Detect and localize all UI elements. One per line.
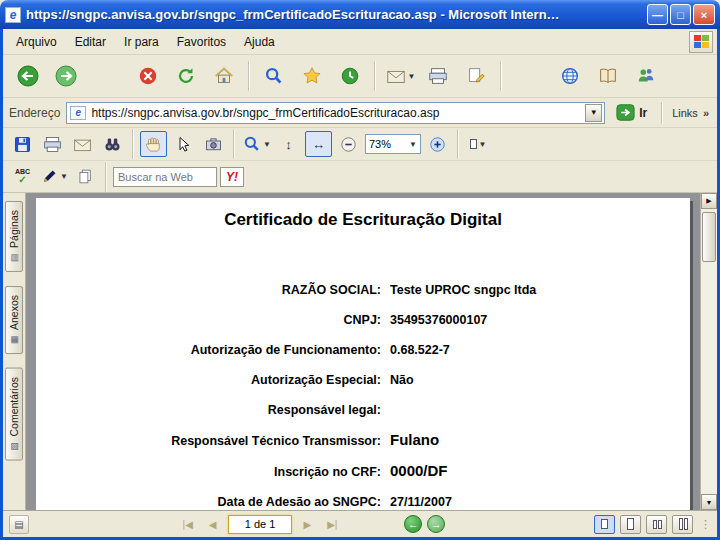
go-button[interactable]: Ir	[611, 102, 652, 123]
back-button[interactable]	[11, 58, 45, 94]
stop-icon	[137, 65, 159, 87]
mail-button[interactable]: ▼	[383, 58, 417, 94]
forward-button[interactable]	[49, 58, 83, 94]
facing-pages-button[interactable]	[646, 515, 667, 534]
zoom-tool-dropdown-icon[interactable]: ▼	[263, 140, 271, 149]
toolbar-overflow-grip[interactable]: ⋮	[700, 518, 711, 531]
field-autorizacao-funcionamento: Autorização de Funcionamento: 0.68.522-7	[36, 342, 690, 358]
zoom-out-button[interactable]	[335, 131, 362, 157]
favorites-button[interactable]	[295, 58, 329, 94]
spellcheck-button[interactable]: ABC✓	[9, 164, 36, 190]
previous-page-button[interactable]: ◀	[203, 515, 223, 534]
pages-icon: ▤	[9, 253, 19, 263]
menu-favoritos[interactable]: Favoritos	[168, 31, 235, 53]
field-value: 0.68.522-7	[390, 342, 450, 358]
field-autorizacao-especial: Autorização Especial: Não	[36, 372, 690, 388]
continuous-facing-button[interactable]	[672, 515, 693, 534]
hand-tool-button[interactable]	[140, 131, 167, 157]
links-area[interactable]: Links »	[672, 107, 711, 119]
links-overflow-icon[interactable]: »	[703, 107, 709, 119]
maximize-button[interactable]: □	[670, 4, 691, 25]
minimize-button[interactable]: —	[647, 4, 668, 25]
discuss-button[interactable]	[553, 58, 587, 94]
messenger-people-icon	[635, 65, 657, 87]
edit-button[interactable]	[459, 58, 493, 94]
nav-panel-icon: ▤	[14, 519, 23, 530]
scrollbar-track[interactable]	[701, 209, 717, 494]
menu-ajuda[interactable]: Ajuda	[235, 31, 284, 53]
pane-expand-button[interactable]: ▶	[701, 193, 717, 209]
last-page-button[interactable]: ▶|	[322, 515, 342, 534]
select-tool-button[interactable]	[170, 131, 197, 157]
pdf-print-button[interactable]	[39, 131, 66, 157]
page-indicator[interactable]: 1 de 1	[228, 515, 293, 534]
first-page-button[interactable]: |◀	[178, 515, 198, 534]
fit-width-button[interactable]: ↔	[305, 131, 332, 157]
zoom-in-button[interactable]	[424, 131, 451, 157]
zoom-magnifier-icon	[242, 134, 262, 154]
snapshot-camera-icon	[203, 134, 224, 155]
address-input[interactable]: e https://sngpc.anvisa.gov.br/sngpc_frmC…	[66, 102, 605, 124]
menu-arquivo[interactable]: Arquivo	[7, 31, 66, 53]
close-button[interactable]: ×	[693, 4, 715, 25]
sign-button[interactable]: ▼	[39, 164, 69, 190]
refresh-button[interactable]	[169, 58, 203, 94]
tab-anexos[interactable]: ▦ Anexos	[5, 286, 23, 354]
menu-ir-para[interactable]: Ir para	[115, 31, 168, 53]
field-label: Autorização de Funcionamento:	[36, 342, 381, 358]
copy-button[interactable]	[72, 164, 99, 190]
snapshot-button[interactable]	[200, 131, 227, 157]
go-label: Ir	[639, 106, 647, 120]
go-arrow-icon	[616, 103, 635, 122]
history-button[interactable]	[333, 58, 367, 94]
stop-button[interactable]	[131, 58, 165, 94]
menu-editar[interactable]: Editar	[66, 31, 115, 53]
tab-comentarios[interactable]: ▧ Comentários	[5, 368, 23, 461]
field-label: Responsável Técnico Transmissor:	[36, 433, 381, 449]
email-button[interactable]	[69, 131, 96, 157]
copy-pages-icon	[76, 167, 95, 186]
nav-panel-toggle-button[interactable]: ▤	[9, 515, 29, 534]
document-viewport[interactable]: Certificado de Escrituração Digital RAZÃ…	[26, 193, 700, 510]
address-dropdown-icon[interactable]: ▼	[585, 104, 602, 122]
scroll-down-button[interactable]: ▼	[701, 494, 717, 510]
yahoo-search-input[interactable]	[113, 167, 217, 187]
fit-height-button[interactable]: ↕	[275, 131, 302, 157]
home-button[interactable]	[207, 58, 241, 94]
mail-dropdown-icon[interactable]: ▼	[408, 72, 416, 81]
zoom-combo-dropdown-icon[interactable]: ▼	[409, 140, 417, 149]
continuous-icon	[627, 518, 634, 530]
next-page-button[interactable]: ▶	[297, 515, 317, 534]
next-view-button[interactable]: →	[427, 515, 445, 533]
field-label: CNPJ:	[36, 312, 381, 328]
cont-facing-icon-right	[684, 518, 688, 530]
navigation-tabstrip: ▤ Páginas ▦ Anexos ▧ Comentários	[3, 193, 26, 510]
field-value: Fulano	[390, 432, 439, 448]
research-button[interactable]	[591, 58, 625, 94]
field-value: 0000/DF	[390, 463, 448, 479]
sign-dropdown-icon[interactable]: ▼	[60, 172, 68, 181]
home-icon	[213, 65, 235, 87]
find-button[interactable]	[99, 131, 126, 157]
page-layout-button[interactable]: ▼	[465, 131, 492, 157]
field-label: Data de Adesão ao SNGPC:	[36, 494, 381, 510]
previous-view-button[interactable]: ←	[404, 515, 422, 533]
tab-paginas[interactable]: ▤ Páginas	[5, 201, 23, 272]
window-title: https://sngpc.anvisa.gov.br/sngpc_frmCer…	[26, 7, 642, 22]
single-page-button[interactable]	[594, 515, 615, 534]
save-button[interactable]	[9, 131, 36, 157]
field-label: Autorização Especial:	[36, 372, 381, 388]
browser-toolbar: ▼	[3, 55, 717, 98]
pdf-toolbar-secondary: ABC✓ ▼ Y!	[3, 161, 717, 193]
pdf-page: Certificado de Escrituração Digital RAZÃ…	[36, 198, 690, 510]
messenger-button[interactable]	[629, 58, 663, 94]
zoom-level-combo[interactable]: 73% ▼	[365, 134, 421, 154]
field-cnpj: CNPJ: 35495376000107	[36, 312, 690, 328]
print-button[interactable]	[421, 58, 455, 94]
page-layout-dropdown-icon[interactable]: ▼	[478, 140, 486, 149]
zoom-tool-button[interactable]: ▼	[241, 131, 272, 157]
continuous-page-button[interactable]	[620, 515, 641, 534]
yahoo-button[interactable]: Y!	[220, 167, 244, 187]
search-button[interactable]	[257, 58, 291, 94]
scrollbar-thumb[interactable]	[702, 212, 716, 262]
